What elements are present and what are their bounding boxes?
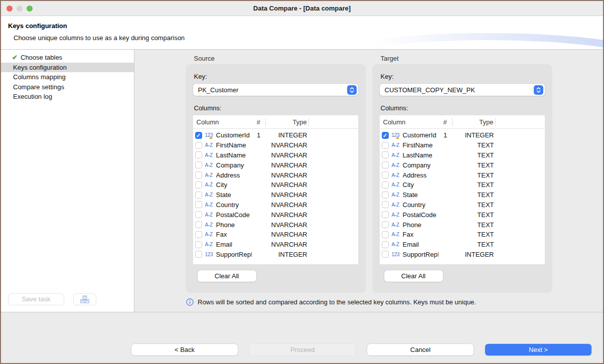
sidebar-item-choose-tables[interactable]: ✔Choose tables <box>1 53 134 63</box>
column-name: PostalCode <box>403 211 438 219</box>
table-row[interactable]: A-ZPhoneNVARCHAR <box>193 220 358 230</box>
table-row[interactable]: A-ZFirstNameTEXT <box>380 140 545 150</box>
table-row[interactable]: ✓123CustomerId1INTEGER <box>380 130 545 140</box>
text-type-icon: A-Z <box>204 152 216 158</box>
table-row[interactable]: A-ZFaxTEXT <box>380 230 545 240</box>
sidebar-item-columns-mapping[interactable]: Columns mapping <box>1 72 134 82</box>
table-row[interactable]: A-ZEmailTEXT <box>380 240 545 250</box>
source-key-dropdown[interactable]: PK_Customer <box>193 84 358 96</box>
text-type-icon: A-Z <box>391 182 403 188</box>
zoom-button[interactable] <box>27 6 33 12</box>
row-checkbox[interactable] <box>382 201 389 208</box>
table-row[interactable]: A-ZPostalCodeTEXT <box>380 210 545 220</box>
boxes-icon <box>80 295 90 304</box>
column-type: INTEGER <box>266 131 309 139</box>
table-row[interactable]: ✓123CustomerId1INTEGER <box>193 130 358 140</box>
source-panel: Key: PK_Customer Columns: Column # <box>186 64 366 293</box>
target-group: Target Key: CUSTOMER_COPY_NEW_PK Columns… <box>372 55 552 293</box>
row-checkbox[interactable] <box>195 231 202 238</box>
row-checkbox[interactable] <box>195 161 202 168</box>
row-checkbox[interactable] <box>382 241 389 248</box>
sidebar-item-keys-configuration[interactable]: Keys configuration <box>1 63 134 73</box>
wizard-footer: < Back Proceed Cancel Next > <box>1 312 603 363</box>
table-row[interactable]: A-ZAddressNVARCHAR <box>193 170 358 180</box>
row-checkbox[interactable] <box>195 201 202 208</box>
table-row[interactable]: A-ZCountryTEXT <box>380 200 545 210</box>
row-checkbox[interactable] <box>195 251 202 258</box>
row-checkbox[interactable] <box>382 171 389 178</box>
row-checkbox[interactable] <box>195 192 202 199</box>
table-row[interactable]: A-ZCompanyNVARCHAR <box>193 160 358 170</box>
table-row[interactable]: A-ZCityNVARCHAR <box>193 180 358 190</box>
back-button[interactable]: < Back <box>131 344 238 355</box>
sidebar-item-execution-log[interactable]: Execution log <box>1 92 134 102</box>
cancel-button[interactable]: Cancel <box>367 344 474 355</box>
column-name: SupportRepId <box>403 251 438 258</box>
text-type-icon: A-Z <box>391 222 403 228</box>
table-row[interactable]: A-ZFirstNameNVARCHAR <box>193 140 358 150</box>
key-order: 1 <box>438 131 452 139</box>
wizard-steps: ✔Choose tablesKeys configurationColumns … <box>1 53 134 102</box>
next-button[interactable]: Next > <box>485 344 591 355</box>
table-row[interactable]: A-ZAddressTEXT <box>380 170 545 180</box>
row-checkbox[interactable] <box>195 241 202 248</box>
sidebar-item-label: Columns mapping <box>13 73 66 81</box>
table-row[interactable]: A-ZStateTEXT <box>380 190 545 200</box>
table-row[interactable]: A-ZPhoneTEXT <box>380 220 545 230</box>
table-row[interactable]: 123SupportRepIdINTEGER <box>193 250 358 260</box>
table-row[interactable]: A-ZLastNameNVARCHAR <box>193 150 358 160</box>
table-row[interactable]: A-ZPostalCodeNVARCHAR <box>193 210 358 220</box>
row-checkbox[interactable] <box>382 221 389 228</box>
column-name: LastName <box>403 151 438 159</box>
table-row[interactable]: A-ZStateNVARCHAR <box>193 190 358 200</box>
minimize-button[interactable] <box>17 6 23 12</box>
row-checkbox[interactable] <box>382 231 389 238</box>
row-checkbox[interactable] <box>382 181 389 189</box>
row-checkbox[interactable] <box>195 211 202 218</box>
table-row[interactable]: A-ZEmailNVARCHAR <box>193 240 358 250</box>
sidebar-item-label: Choose tables <box>21 54 62 61</box>
table-row[interactable]: A-ZCompanyTEXT <box>380 160 545 170</box>
source-key-value: PK_Customer <box>198 86 347 94</box>
column-name: Country <box>403 201 438 209</box>
row-checkbox[interactable]: ✓ <box>382 132 389 139</box>
row-checkbox[interactable] <box>382 211 389 218</box>
row-checkbox[interactable] <box>382 151 389 158</box>
row-checkbox[interactable] <box>195 142 202 149</box>
column-type: TEXT <box>452 161 496 169</box>
info-icon <box>186 298 194 306</box>
sidebar-item-compare-settings[interactable]: Compare settings <box>1 82 134 92</box>
row-checkbox[interactable] <box>382 161 389 168</box>
boxes-icon-button[interactable] <box>73 293 96 305</box>
source-clear-all-button[interactable]: Clear All <box>198 270 256 282</box>
table-body: ✓123CustomerId1INTEGERA-ZFirstNameNVARCH… <box>193 129 358 259</box>
row-checkbox[interactable]: ✓ <box>195 132 202 139</box>
sidebar-item-label: Compare settings <box>13 83 64 91</box>
row-checkbox[interactable] <box>382 251 389 258</box>
close-button[interactable] <box>7 6 13 12</box>
column-type: NVARCHAR <box>266 191 309 199</box>
row-checkbox[interactable] <box>195 181 202 189</box>
table-row[interactable]: A-ZCityTEXT <box>380 180 545 190</box>
row-checkbox[interactable] <box>382 192 389 199</box>
row-checkbox[interactable] <box>195 151 202 158</box>
row-checkbox[interactable] <box>195 221 202 228</box>
table-row[interactable]: A-ZFaxNVARCHAR <box>193 230 358 240</box>
page-title: Keys configuration <box>8 22 603 30</box>
sidebar-item-label: Execution log <box>13 93 52 100</box>
table-row[interactable]: A-ZLastNameTEXT <box>380 150 545 160</box>
column-name: Email <box>403 241 438 248</box>
table-header: Column # Type <box>380 115 545 129</box>
column-name: Email <box>216 241 252 248</box>
step-done-check-icon: ✔ <box>12 53 21 63</box>
numeric-type-icon: 123 <box>204 252 216 257</box>
row-checkbox[interactable] <box>195 171 202 178</box>
row-checkbox[interactable] <box>382 142 389 149</box>
column-type: TEXT <box>452 211 496 219</box>
table-row[interactable]: A-ZCountryNVARCHAR <box>193 200 358 210</box>
text-type-icon: A-Z <box>391 152 403 158</box>
target-clear-all-button[interactable]: Clear All <box>384 270 443 282</box>
table-row[interactable]: 123SupportRepIdINTEGER <box>380 250 545 260</box>
column-name: City <box>403 181 438 189</box>
target-key-dropdown[interactable]: CUSTOMER_COPY_NEW_PK <box>380 84 545 96</box>
